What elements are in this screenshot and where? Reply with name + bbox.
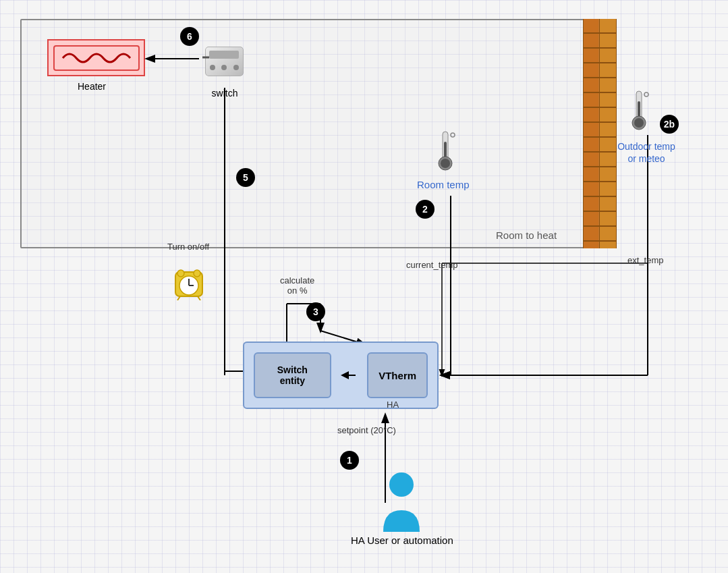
svg-point-36 — [451, 133, 455, 137]
calculate-on-label: calculate on % — [280, 275, 314, 296]
brick-wall-inner — [583, 19, 617, 248]
circle-6: 6 — [180, 27, 199, 46]
user-svg — [376, 471, 427, 532]
brick-wall — [583, 19, 617, 248]
turn-on-off-label: Turn on/off — [167, 242, 209, 252]
svg-rect-11 — [209, 51, 239, 59]
circle-1: 1 — [340, 451, 359, 470]
outdoor-thermometer — [627, 88, 651, 135]
setpoint-label: setpoint (20°C) — [337, 425, 396, 435]
svg-point-14 — [233, 65, 239, 70]
heater-coil-svg — [53, 45, 140, 72]
switch-device-svg — [202, 44, 246, 81]
svg-rect-33 — [444, 142, 447, 159]
heater-box — [47, 39, 145, 76]
svg-point-13 — [221, 65, 227, 70]
vtherm-container: Switch entity VTherm — [243, 342, 439, 409]
circle-2b-label: 2b — [664, 119, 675, 130]
svg-point-40 — [634, 118, 644, 128]
svg-rect-38 — [638, 101, 640, 118]
ha-label: HA — [387, 400, 399, 410]
circle-2b: 2b — [660, 115, 679, 134]
current-temp-label: current_temp — [406, 260, 458, 270]
circle-2: 2 — [416, 200, 435, 219]
room-to-heat-label: Room to heat — [496, 229, 557, 241]
svg-point-12 — [210, 65, 215, 70]
ext-temp-label: ext_temp — [627, 255, 663, 265]
room-temp-label: Room temp — [417, 179, 470, 190]
svg-point-48 — [194, 270, 200, 277]
inner-arrow — [339, 365, 359, 385]
user-label: HA User or automation — [351, 535, 453, 546]
alarm-clock-icon — [172, 267, 206, 300]
switch-device-area — [199, 37, 250, 88]
circle-3: 3 — [306, 302, 325, 321]
diagram-canvas: Heater switch — [0, 0, 728, 573]
svg-point-41 — [644, 92, 648, 97]
switch-label: switch — [201, 88, 248, 99]
svg-rect-7 — [583, 19, 617, 248]
svg-point-35 — [441, 159, 450, 168]
circle-5: 5 — [236, 168, 255, 187]
room-thermometer — [434, 128, 457, 175]
user-icon: HA User or automation — [351, 471, 453, 546]
outdoor-temp-label: Outdoor temp or meteo — [606, 140, 687, 165]
vtherm-box: VTherm — [367, 352, 428, 398]
svg-point-47 — [177, 270, 184, 277]
heater-label: Heater — [78, 81, 106, 92]
svg-rect-8 — [54, 46, 139, 70]
svg-point-51 — [389, 472, 414, 497]
switch-entity-box: Switch entity — [254, 352, 331, 398]
